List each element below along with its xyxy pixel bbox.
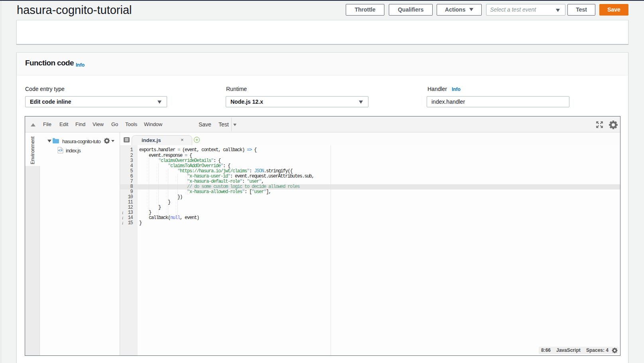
svg-text:<>: <> xyxy=(58,148,63,152)
